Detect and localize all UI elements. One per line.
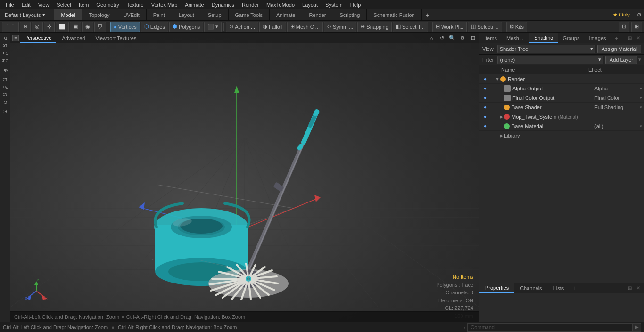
viewport-refresh-icon[interactable]: ↺ xyxy=(438,34,446,42)
shader-row-render[interactable]: ● ▼ Render xyxy=(479,74,644,84)
menu-render[interactable]: Render xyxy=(238,0,263,9)
shader-row-alpha[interactable]: ● Alpha Output Alpha ▾ xyxy=(479,84,644,93)
viewport-maximize-icon[interactable]: ⊞ xyxy=(469,34,477,42)
shader-row-base-material[interactable]: ● Base Material (all) ▾ xyxy=(479,121,644,131)
viewport-settings-icon[interactable]: ⚙ xyxy=(458,34,467,42)
tool-mesh-type[interactable]: ⬛ ▾ xyxy=(204,22,222,32)
mode-tab-scripting[interactable]: Scripting xyxy=(333,9,367,20)
viewport-tab-perspective[interactable]: Perspective xyxy=(20,33,56,43)
mode-tab-model[interactable]: Model xyxy=(54,9,82,20)
tool-transform[interactable]: ⊹ xyxy=(44,22,55,32)
tool-snapping[interactable]: ⊕ Snapping xyxy=(357,22,392,32)
menu-animate[interactable]: Animate xyxy=(181,0,207,9)
mode-tab-animate[interactable]: Animate xyxy=(270,9,302,20)
arrow-mop-twist[interactable]: ▶ xyxy=(498,114,504,119)
tool-circle[interactable]: ◉ xyxy=(82,22,93,32)
mode-tab-plus[interactable]: + xyxy=(422,9,433,21)
panel-expand-icon[interactable]: ⊞ xyxy=(626,34,634,42)
tool-globe[interactable]: ⊕ xyxy=(20,22,31,32)
sidebar-item-10[interactable]: F: xyxy=(2,107,8,116)
menu-geometry[interactable]: Geometry xyxy=(92,0,123,9)
eye-render[interactable]: ● xyxy=(481,75,489,83)
sidebar-item-4[interactable]: Du: xyxy=(2,57,8,65)
sidebar-item-9[interactable]: C: xyxy=(2,98,8,106)
mode-tab-game-tools[interactable]: Game Tools xyxy=(229,9,270,20)
props-tab-properties[interactable]: Properties xyxy=(479,283,514,293)
viewport-home-icon[interactable]: ⌂ xyxy=(427,34,436,42)
mode-tab-schematic-fusion[interactable]: Schematic Fusion xyxy=(367,9,421,20)
panel-tab-groups[interactable]: Groups xyxy=(558,33,584,43)
shader-row-base-shader[interactable]: ● Base Shader Full Shading ▾ xyxy=(479,103,644,112)
tool-falloff[interactable]: ◑ Falloff xyxy=(259,22,286,32)
menu-system[interactable]: System xyxy=(322,0,347,9)
tool-selecti[interactable]: ◫ Selecti ... xyxy=(468,22,502,32)
tool-vertices[interactable]: ● Vertices xyxy=(110,22,140,32)
arrow-render[interactable]: ▼ xyxy=(495,77,500,81)
assign-material-button[interactable]: Assign Material xyxy=(597,45,641,53)
layout-dropdown[interactable]: Default Layouts ▾ xyxy=(0,9,50,20)
menu-select[interactable]: Select xyxy=(53,0,75,9)
mode-bar-settings-icon[interactable]: ⚙ xyxy=(635,10,644,20)
panel-close-icon[interactable]: ✕ xyxy=(635,34,642,42)
viewport-search-icon[interactable]: 🔍 xyxy=(448,34,456,42)
viewport-tab-textures[interactable]: Viewport Textures xyxy=(91,33,141,43)
library-row[interactable]: ● ▶ Library xyxy=(479,131,644,140)
add-layer-button[interactable]: Add Layer xyxy=(605,56,637,64)
tool-grid[interactable]: ⊞ xyxy=(631,22,642,32)
eye-final-color[interactable]: ● xyxy=(481,94,489,102)
tool-square[interactable]: ▣ xyxy=(70,22,81,32)
tool-symm[interactable]: ⇔ Symm ... xyxy=(324,22,356,32)
menu-texture[interactable]: Texture xyxy=(123,0,148,9)
tool-action[interactable]: ⊙ Action ... xyxy=(226,22,258,32)
panel-tab-items[interactable]: Items xyxy=(479,33,502,43)
mode-tab-render[interactable]: Render xyxy=(302,9,333,20)
tool-kits[interactable]: ⊠ Kits xyxy=(506,22,527,32)
panel-tab-mesh[interactable]: Mesh ... xyxy=(502,33,529,43)
mode-tab-topology[interactable]: Topology xyxy=(82,9,116,20)
panel-tab-images[interactable]: Images xyxy=(584,33,611,43)
arrow-library[interactable]: ▶ xyxy=(498,133,504,138)
eye-base-material[interactable]: ● xyxy=(481,122,489,130)
props-tab-channels[interactable]: Channels xyxy=(514,283,547,293)
tool-view-mode[interactable]: ⊡ xyxy=(619,22,629,32)
menu-layout[interactable]: Layout xyxy=(298,0,322,9)
tool-box-select[interactable]: ⬜ xyxy=(56,22,69,32)
tool-shield[interactable]: ⛉ xyxy=(94,22,106,32)
menu-maxtomode[interactable]: MaxToModo xyxy=(263,0,298,9)
command-go-button[interactable]: ▶ xyxy=(633,323,641,332)
tool-work-pl[interactable]: ⊟ Work Pl... xyxy=(432,22,467,32)
panel-tab-plus[interactable]: + xyxy=(612,33,621,43)
viewport-tab-advanced[interactable]: Advanced xyxy=(57,33,90,43)
eye-alpha[interactable]: ● xyxy=(481,85,489,92)
shader-tree[interactable]: ● ▼ Render ● Alpha Output Alpha ▾ xyxy=(479,74,644,283)
mode-tab-paint[interactable]: Paint xyxy=(147,9,172,20)
props-tab-lists[interactable]: Lists xyxy=(548,283,570,293)
viewport-menu-btn[interactable]: ≡ xyxy=(12,35,19,41)
mode-tab-uvedit[interactable]: UVEdit xyxy=(116,9,146,20)
menu-view[interactable]: View xyxy=(34,0,53,9)
menu-vertex-map[interactable]: Vertex Map xyxy=(148,0,182,9)
expand-arrow[interactable]: › xyxy=(464,324,466,330)
tool-mesh-c[interactable]: ⊞ Mesh C ... xyxy=(287,22,323,32)
star-only-btn[interactable]: ★ Only xyxy=(609,12,634,18)
viewport[interactable]: ≡ Perspective Advanced Viewport Textures… xyxy=(10,33,479,322)
menu-help[interactable]: Help xyxy=(347,0,365,9)
tool-polygons[interactable]: ⬢ Polygons xyxy=(169,22,203,32)
eye-mop-twist[interactable]: ● xyxy=(481,113,489,121)
eye-base-shader[interactable]: ● xyxy=(481,104,489,111)
props-close-icon[interactable]: ✕ xyxy=(635,284,642,292)
tool-select-t[interactable]: ◧ Select T... xyxy=(393,22,428,32)
sidebar-item-5[interactable]: Me: xyxy=(2,66,8,74)
menu-dynamics[interactable]: Dynamics xyxy=(208,0,238,9)
shader-row-mop-twist[interactable]: ● ▶ Mop_Twist_System (Material) xyxy=(479,112,644,121)
menu-file[interactable]: File xyxy=(2,0,18,9)
tool-lasso[interactable]: ◎ xyxy=(32,22,43,32)
menu-item[interactable]: Item xyxy=(75,0,92,9)
effect-arrow-base-shader[interactable]: ▾ xyxy=(640,105,642,110)
props-tab-plus[interactable]: + xyxy=(570,285,578,292)
shader-row-final-color[interactable]: ● Final Color Output Final Color ▾ xyxy=(479,93,644,103)
panel-tab-shading[interactable]: Shading xyxy=(529,33,558,43)
command-input[interactable] xyxy=(497,324,629,330)
tool-dots[interactable]: ⋮⋮ xyxy=(2,22,19,32)
mode-tab-setup[interactable]: Setup xyxy=(201,9,229,20)
